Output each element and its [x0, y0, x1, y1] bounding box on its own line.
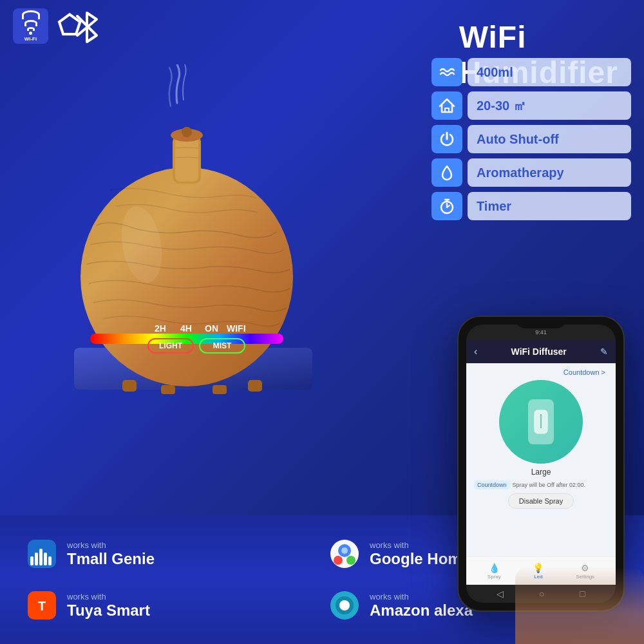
- svg-rect-21: [248, 380, 262, 392]
- svg-text:4H: 4H: [180, 323, 192, 334]
- features-list: 400ml 20-30 ㎡ Auto Shut-off: [431, 58, 631, 220]
- timer-icon: [439, 198, 455, 214]
- tmall-works-with: works with: [67, 540, 155, 550]
- coverage-icon-box: [431, 91, 462, 120]
- svg-rect-23: [30, 556, 33, 565]
- size-label: Large: [531, 468, 551, 477]
- wifi-arc-medium: [24, 20, 37, 26]
- alexa-icon: [328, 589, 361, 621]
- disable-spray-button[interactable]: Disable Spray: [508, 493, 574, 509]
- svg-text:2H: 2H: [155, 323, 166, 334]
- bluetooth-icon: ⬠: [52, 8, 87, 44]
- tuya-icon: T: [26, 589, 58, 621]
- svg-rect-26: [44, 553, 47, 565]
- feature-aromatherapy: Aromatherapy: [431, 158, 631, 187]
- phone-circle-control[interactable]: [499, 380, 583, 464]
- svg-rect-27: [48, 556, 52, 565]
- tab-spray[interactable]: 💧 Spray: [488, 563, 501, 580]
- svg-text:MIST: MIST: [213, 341, 232, 350]
- svg-rect-18: [122, 380, 137, 392]
- tmall-icon: [26, 538, 58, 570]
- capacity-icon-box: [431, 58, 462, 86]
- svg-rect-24: [35, 553, 38, 565]
- aromatherapy-label-box: Aromatherapy: [468, 158, 631, 187]
- tmall-brand: Tmall Genie: [67, 550, 155, 568]
- status-time: 9:41: [535, 329, 547, 336]
- svg-point-3: [80, 167, 293, 386]
- svg-point-32: [341, 547, 348, 554]
- autoshutoff-icon-box: [431, 125, 462, 153]
- phone-device-visual: [528, 399, 554, 444]
- svg-text:ON: ON: [205, 323, 218, 334]
- spray-info: Countdown Spray will be Off after 02:00.: [471, 480, 611, 489]
- back-arrow-icon[interactable]: ‹: [474, 346, 477, 357]
- google-works-with: works with: [370, 540, 470, 550]
- wifi-signal: [22, 10, 40, 35]
- hand-visual: [515, 567, 644, 644]
- google-brand: Google Home: [370, 550, 470, 568]
- humidifier-svg: 2H 4H ON WIFI LIGHT MIST: [58, 64, 328, 399]
- coverage-label: 20-30 ㎡: [477, 97, 526, 115]
- timer-icon-box: [431, 192, 462, 220]
- home-icon: [439, 97, 455, 114]
- svg-rect-20: [213, 385, 227, 394]
- nav-back-btn[interactable]: ◁: [497, 589, 504, 599]
- connectivity-icons: Wi-Fi ⬠: [13, 8, 87, 44]
- coverage-label-box: 20-30 ㎡: [468, 91, 631, 120]
- capacity-label: 400ml: [477, 65, 513, 80]
- timer-label: Timer: [477, 199, 511, 214]
- compat-tuya: T works with Tuya Smart: [19, 582, 322, 629]
- svg-point-8: [182, 127, 192, 137]
- svg-rect-19: [161, 385, 175, 394]
- tmall-text: works with Tmall Genie: [67, 540, 155, 568]
- aromatherapy-label: Aromatherapy: [477, 166, 564, 180]
- wifi-arc-large: [22, 10, 40, 19]
- svg-rect-0: [445, 108, 449, 112]
- timer-label-box: Timer: [468, 192, 631, 220]
- svg-point-30: [334, 556, 343, 565]
- google-text: works with Google Home: [370, 540, 470, 568]
- product-area: 2H 4H ON WIFI LIGHT MIST: [0, 52, 386, 412]
- phone-app-title: WiFi Diffuser: [482, 346, 595, 357]
- autoshutoff-label-box: Auto Shut-off: [468, 125, 631, 153]
- spray-tab-label: Spray: [488, 574, 501, 580]
- countdown-text: Countdown >: [564, 368, 605, 376]
- spray-tab-icon: 💧: [489, 563, 500, 573]
- compat-tmall: works with Tmall Genie: [19, 530, 322, 578]
- tuya-brand: Tuya Smart: [67, 601, 150, 620]
- svg-text:WIFI: WIFI: [227, 323, 246, 334]
- feature-timer: Timer: [431, 192, 631, 220]
- power-icon: [439, 131, 455, 147]
- tuya-text: works with Tuya Smart: [67, 592, 150, 620]
- feature-coverage: 20-30 ㎡: [431, 91, 631, 120]
- spray-off-text: Spray will be Off after 02:00.: [513, 482, 585, 488]
- svg-point-37: [339, 600, 350, 611]
- phone-nav-bar: ‹ WiFi Diffuser ✎: [466, 340, 616, 363]
- svg-rect-6: [175, 137, 198, 182]
- wifi-icon-box: Wi-Fi: [13, 8, 48, 44]
- svg-point-31: [346, 556, 355, 565]
- countdown-badge: Countdown: [474, 480, 510, 489]
- phone-countdown-label[interactable]: Countdown >: [471, 368, 611, 376]
- phone-notch: [515, 317, 567, 328]
- tuya-works-with: works with: [67, 592, 150, 601]
- wifi-dot: [29, 32, 32, 35]
- svg-text:LIGHT: LIGHT: [159, 341, 183, 350]
- phone-screen: 9:41 ‹ WiFi Diffuser ✎ Countdown >: [466, 325, 616, 603]
- phone-content: Countdown > Large Countdown Spr: [466, 363, 616, 556]
- edit-icon[interactable]: ✎: [600, 346, 608, 357]
- svg-rect-25: [39, 549, 43, 565]
- wifi-label: Wi-Fi: [24, 36, 37, 42]
- droplet-icon: [439, 164, 455, 181]
- phone-area: 9:41 ‹ WiFi Diffuser ✎ Countdown >: [457, 316, 638, 625]
- google-icon: [328, 538, 361, 570]
- capacity-label-box: 400ml: [468, 58, 631, 86]
- water-waves-icon: [439, 64, 455, 80]
- feature-capacity: 400ml: [431, 58, 631, 86]
- bt-svg: [71, 10, 103, 45]
- svg-text:T: T: [38, 599, 46, 613]
- aromatherapy-icon-box: [431, 158, 462, 187]
- wifi-arc-small: [27, 27, 35, 31]
- autoshutoff-label: Auto Shut-off: [477, 132, 559, 147]
- feature-autoshutoff: Auto Shut-off: [431, 125, 631, 153]
